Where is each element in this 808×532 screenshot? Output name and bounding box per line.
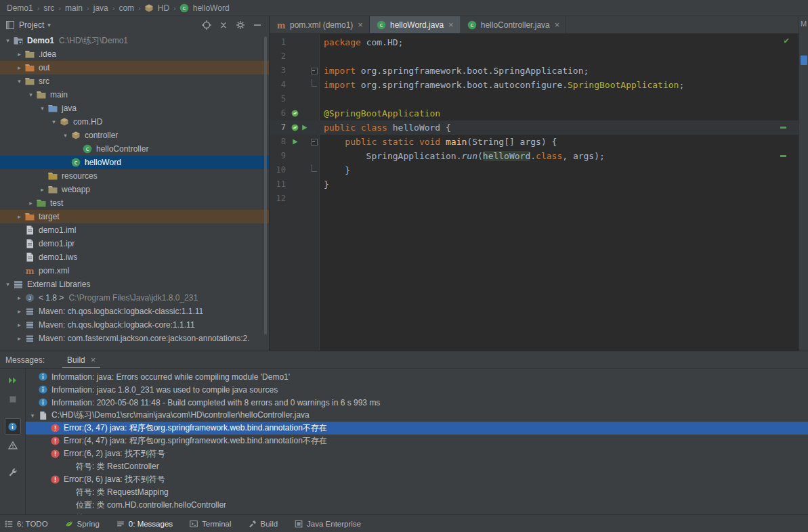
locate-file-button[interactable] — [200, 18, 213, 32]
status-item-terminal[interactable]: Terminal — [189, 519, 231, 529]
tree-row-demo1.iws[interactable]: demo1.iws — [0, 250, 269, 264]
stop-button[interactable] — [5, 391, 21, 407]
message-row[interactable]: Error:(6, 2) java: 找不到符号 — [26, 447, 808, 460]
tree-row-external-libraries[interactable]: ▾External Libraries — [0, 278, 269, 291]
line-number[interactable]: 6 — [270, 106, 289, 120]
code-line[interactable]: 4import org.springframework.boot.autocon… — [270, 78, 799, 92]
chevron-down-icon[interactable]: ▾ — [37, 105, 47, 112]
rerun-build-button[interactable] — [5, 372, 21, 389]
breadcrumb-item-demo1[interactable]: Demo1 — [5, 3, 35, 13]
code-line[interactable]: 10 } — [270, 163, 799, 177]
message-row[interactable]: ▾C:\HD\练习\Demo1\src\main\java\com\HD\con… — [26, 409, 808, 422]
project-scrollbar[interactable] — [264, 37, 267, 334]
project-panel-title[interactable]: Project — [19, 20, 44, 30]
chevron-down-icon[interactable]: ▾ — [3, 37, 13, 44]
code-editor[interactable]: 1package com.HD;23import org.springframe… — [270, 34, 799, 351]
line-number[interactable]: 12 — [270, 192, 289, 206]
fold-marker[interactable] — [309, 163, 320, 177]
chevron-down-icon[interactable]: ▾ — [47, 22, 51, 28]
fold-marker[interactable] — [309, 78, 320, 92]
chevron-right-icon[interactable]: ▸ — [14, 51, 24, 58]
close-tab-icon[interactable]: × — [358, 20, 363, 29]
status-item-build[interactable]: Build — [248, 519, 278, 529]
close-tab-icon[interactable]: × — [448, 20, 454, 29]
tree-row-com.hd[interactable]: ▾com.HD — [0, 115, 269, 129]
code-line[interactable]: 2 — [270, 49, 799, 64]
code-line[interactable]: 5 — [270, 92, 799, 106]
spring-bean-icon[interactable] — [291, 123, 299, 132]
tree-row-pom.xml[interactable]: mpom.xml — [0, 264, 269, 278]
line-number[interactable]: 8 — [270, 135, 289, 149]
line-number[interactable]: 10 — [270, 163, 289, 177]
line-number[interactable]: 11 — [270, 177, 289, 192]
close-icon[interactable]: × — [91, 355, 96, 364]
tree-row-demo1.ipr[interactable]: demo1.ipr — [0, 237, 269, 250]
tree-row-target[interactable]: ▸target — [0, 210, 269, 223]
tree-row-java[interactable]: ▾java — [0, 102, 269, 115]
message-row[interactable]: Information: 2020-05-08 11:48 - Build co… — [26, 396, 808, 409]
line-number[interactable]: 3 — [270, 64, 289, 78]
chevron-down-icon[interactable]: ▾ — [49, 118, 59, 125]
chevron-down-icon[interactable]: ▾ — [3, 281, 13, 288]
chevron-right-icon[interactable]: ▸ — [14, 294, 24, 301]
tree-row-demo1[interactable]: ▾Demo1C:\HD\练习\Demo1 — [0, 34, 269, 47]
message-row[interactable]: Error:(4, 47) java: 程序包org.springframewo… — [26, 435, 808, 447]
fold-marker[interactable] — [309, 135, 320, 149]
line-number[interactable]: 7 — [270, 120, 289, 135]
status-item-6-todo[interactable]: 6: TODO — [4, 519, 48, 529]
tree-row-controller[interactable]: ▾controller — [0, 129, 269, 142]
tree-row-webapp[interactable]: ▸webapp — [0, 183, 269, 196]
code-line[interactable]: 9 SpringApplication.run(helloWord.class,… — [270, 149, 799, 163]
inspections-ok-icon[interactable]: ✔ — [784, 35, 789, 45]
chevron-right-icon[interactable]: ▸ — [14, 213, 24, 220]
code-line[interactable]: 12 — [270, 192, 799, 206]
chevron-down-icon[interactable]: ▾ — [14, 78, 24, 85]
message-row[interactable]: Information: javac 1.8.0_231 was used to… — [26, 383, 808, 396]
collapse-all-button[interactable] — [217, 18, 230, 32]
line-number[interactable]: 1 — [270, 35, 289, 49]
tree-row-hellocontroller[interactable]: chelloController — [0, 142, 269, 156]
code-line[interactable]: 11} — [270, 177, 799, 192]
chevron-right-icon[interactable]: ▸ — [14, 308, 24, 315]
editor-tab-helloword.java[interactable]: chelloWord.java× — [370, 16, 461, 33]
line-number[interactable]: 2 — [270, 49, 289, 64]
chevron-right-icon[interactable]: ▸ — [14, 335, 24, 342]
chevron-down-icon[interactable]: ▾ — [27, 412, 38, 419]
maven-stripe-button[interactable]: M — [799, 20, 808, 28]
tree-row-src[interactable]: ▾src — [0, 74, 269, 88]
line-number[interactable]: 5 — [270, 92, 289, 106]
chevron-right-icon[interactable]: ▸ — [14, 64, 24, 71]
tree-row-main[interactable]: ▾main — [0, 88, 269, 102]
line-number[interactable]: 4 — [270, 78, 289, 92]
breadcrumb-item-java[interactable]: java — [92, 3, 110, 13]
tree-row-.idea[interactable]: ▸.idea — [0, 47, 269, 61]
code-line[interactable]: 7public class helloWord { — [270, 120, 799, 135]
message-row[interactable]: Information: java: Errors occurred while… — [26, 370, 808, 383]
line-number[interactable]: 9 — [270, 149, 289, 163]
compiler-settings-button[interactable] — [5, 464, 21, 481]
tree-row-1.8[interactable]: ▸J< 1.8 >C:\Program Files\Java\jdk1.8.0_… — [0, 291, 269, 305]
hide-panel-button[interactable] — [251, 18, 264, 32]
breadcrumb-item-src[interactable]: src — [42, 3, 56, 13]
chevron-down-icon[interactable]: ▾ — [60, 132, 70, 139]
editor-tab-hellocontroller.java[interactable]: chelloController.java× — [461, 16, 567, 33]
toggle-warnings-button[interactable] — [5, 437, 21, 453]
tree-row-maven-com.fasterxml.jackson.core-jackson-annotations-2.[interactable]: ▸Maven: com.fasterxml.jackson.core:jacks… — [0, 332, 269, 345]
fold-marker[interactable] — [309, 64, 320, 78]
run-icon[interactable] — [291, 137, 299, 146]
code-line[interactable]: 8 public static void main(String[] args)… — [270, 135, 799, 149]
editor-tab-pom.xml-demo1[interactable]: mpom.xml (demo1)× — [270, 16, 370, 33]
code-line[interactable]: 6@SpringBootApplication — [270, 106, 799, 120]
message-row[interactable]: 位置: 类 com.HD.controller.helloController — [26, 499, 808, 512]
breadcrumb-item-helloword[interactable]: helloWord — [192, 3, 231, 13]
tree-row-maven-ch.qos.logback-logback-core-1.1.11[interactable]: ▸Maven: ch.qos.logback:logback-core:1.1.… — [0, 318, 269, 332]
status-item-java-enterprise[interactable]: Java Enterprise — [294, 519, 361, 529]
spring-bean-icon[interactable] — [291, 109, 299, 118]
tab-build[interactable]: Build × — [64, 351, 99, 368]
chevron-right-icon[interactable]: ▸ — [26, 200, 36, 206]
status-item-spring[interactable]: Spring — [64, 519, 100, 529]
message-row[interactable]: Error:(8, 6) java: 找不到符号 — [26, 473, 808, 486]
message-row[interactable]: 符号: 类 RequestMapping — [26, 486, 808, 499]
message-row[interactable]: Error:(3, 47) java: 程序包org.springframewo… — [26, 422, 808, 435]
tree-row-helloword[interactable]: chelloWord — [0, 156, 269, 169]
